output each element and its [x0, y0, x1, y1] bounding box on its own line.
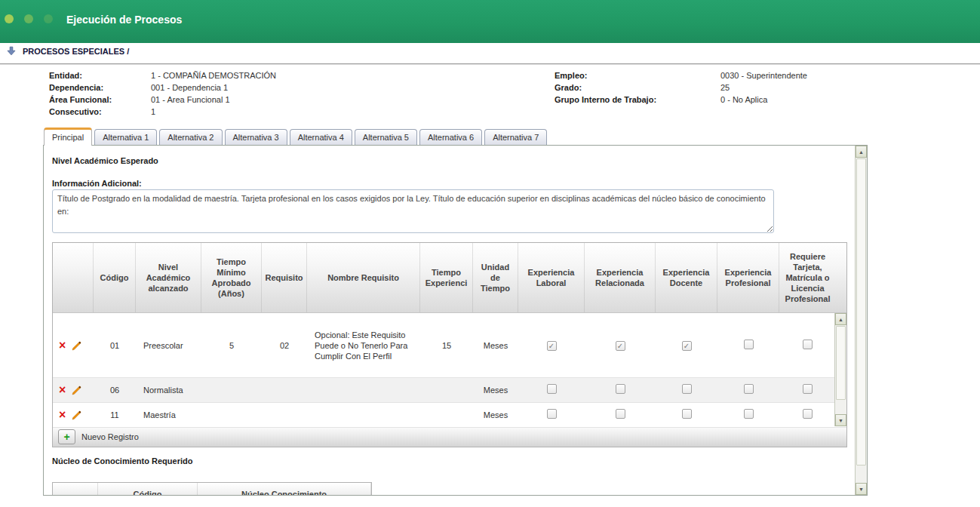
cell-experiencia_docente [656, 383, 717, 398]
delete-icon[interactable]: × [59, 385, 66, 395]
column-header [53, 243, 94, 312]
row-actions: × [53, 408, 94, 422]
breadcrumb-bar: PROCESOS ESPECIALES / [0, 43, 980, 63]
cell-requisito: 02 [262, 339, 307, 352]
scrollbar-thumb[interactable] [856, 158, 866, 466]
checkbox-experiencia_laboral[interactable] [547, 409, 557, 419]
tab-content-panel: Nivel Académico Esperado Información Adi… [43, 145, 868, 496]
checkbox-experiencia_laboral[interactable]: ✓ [547, 341, 557, 351]
info-right: Empleo:0030 - SuperintendenteGrado:25Gru… [555, 69, 947, 106]
panel-scrollbar[interactable]: ▲ ▼ [855, 146, 867, 495]
column-header: Tiempo Mínimo Aprobado (Años) [201, 243, 262, 312]
column-header: Experiencia Laboral [518, 243, 585, 312]
breadcrumb[interactable]: PROCESOS ESPECIALES / [23, 47, 129, 56]
info-field: Grado:25 [555, 81, 947, 94]
requisitos-grid: CódigoNivel Académico alcanzadoTiempo Mí… [52, 242, 847, 447]
cell-nivel_academico: Preescolar [136, 339, 201, 352]
checkbox-requiere_tarjeta[interactable] [803, 409, 813, 419]
new-record-label: Nuevo Registro [81, 432, 139, 441]
field-value: 1 [151, 106, 155, 118]
checkbox-requiere_tarjeta[interactable] [803, 384, 813, 394]
column-header: Núcleo Conocimiento [198, 483, 371, 496]
checkbox-experiencia_profesional[interactable] [744, 340, 754, 349]
field-label: Área Funcional: [49, 94, 151, 106]
scroll-up-icon[interactable]: ▲ [856, 146, 867, 158]
tab-alternativa-2[interactable]: Alternativa 2 [159, 129, 222, 145]
checkbox-experiencia_laboral[interactable] [547, 384, 557, 394]
section-title: Nivel Académico Esperado [52, 156, 158, 165]
header-dot-icon [44, 14, 53, 23]
column-header: Experiencia Relacionada [585, 243, 656, 312]
info-field: Empleo:0030 - Superintendente [555, 69, 947, 81]
cell-experiencia_docente: ✓ [656, 339, 717, 352]
tab-alternativa-3[interactable]: Alternativa 3 [225, 129, 287, 145]
field-label: Entidad: [49, 69, 151, 81]
field-value: 0 - No Aplica [720, 94, 767, 106]
tab-alternativa-4[interactable]: Alternativa 4 [290, 129, 352, 145]
column-header: Nombre Requisito [307, 243, 420, 312]
column-header: Requisito [262, 243, 307, 312]
column-header: Unidad de Tiempo [473, 243, 518, 312]
cell-requisito [262, 413, 307, 416]
plus-icon: + [63, 432, 69, 442]
nucleo-header: CódigoNúcleo Conocimiento [53, 483, 371, 496]
cell-tiempo_minimo: 5 [201, 339, 262, 352]
column-header: Experiencia Profesional [717, 243, 779, 312]
cell-codigo: 01 [94, 339, 136, 352]
field-value: 01 - Area Funcional 1 [151, 94, 230, 106]
requisitos-header: CódigoNivel Académico alcanzadoTiempo Mí… [53, 243, 846, 313]
delete-icon[interactable]: × [59, 340, 66, 351]
tab-principal[interactable]: Principal [44, 128, 92, 146]
down-arrow-icon[interactable] [6, 46, 17, 57]
column-header: Experiencia Docente [656, 243, 717, 312]
scroll-up-icon[interactable]: ▲ [835, 313, 846, 325]
scroll-down-icon[interactable]: ▼ [856, 483, 867, 495]
checkbox-experiencia_docente[interactable] [682, 409, 692, 419]
tab-alternativa-1[interactable]: Alternativa 1 [94, 129, 157, 145]
nucleo-grid: CódigoNúcleo Conocimiento [52, 482, 372, 496]
page-title: Ejecución de Procesos [66, 14, 182, 26]
column-header [53, 483, 98, 496]
edit-pencil-icon[interactable] [72, 385, 82, 395]
new-record-bar: + Nuevo Registro [53, 426, 846, 447]
cell-experiencia_docente [656, 407, 717, 422]
checkbox-experiencia_relacionada[interactable]: ✓ [616, 341, 625, 351]
cell-experiencia_laboral: ✓ [518, 339, 585, 352]
cell-tiempo_experiencia: 15 [420, 339, 473, 352]
cell-experiencia_profesional [717, 383, 779, 398]
add-record-button[interactable]: + [58, 429, 75, 444]
column-header: Código [98, 483, 198, 496]
checkbox-experiencia_profesional[interactable] [744, 384, 754, 394]
column-header: Código [94, 243, 136, 312]
checkbox-experiencia_relacionada[interactable] [616, 384, 625, 394]
tab-alternativa-5[interactable]: Alternativa 5 [355, 129, 417, 145]
row-actions: × [53, 383, 94, 397]
cell-tiempo_minimo [201, 389, 262, 392]
field-value: 0030 - Superintendente [720, 69, 807, 81]
requisitos-body: ×01Preescolar502Opcional: Este Requisito… [53, 313, 846, 426]
checkbox-experiencia_docente[interactable] [682, 384, 692, 394]
checkbox-requiere_tarjeta[interactable] [803, 340, 813, 349]
app-window: Ejecución de Procesos PROCESOS ESPECIALE… [0, 0, 980, 507]
checkbox-experiencia_docente[interactable]: ✓ [682, 341, 692, 351]
field-label: Dependencia: [49, 81, 151, 94]
checkbox-experiencia_relacionada[interactable] [616, 409, 625, 419]
edit-pencil-icon[interactable] [72, 410, 82, 420]
field-label: Grado: [555, 81, 720, 94]
scroll-down-icon[interactable]: ▼ [835, 414, 846, 426]
header-divider [0, 63, 980, 65]
column-header: Nivel Académico alcanzado [136, 243, 201, 312]
field-label: Grupo Interno de Trabajo: [555, 94, 720, 106]
table-scrollbar[interactable]: ▲ ▼ [834, 313, 846, 426]
scrollbar-thumb[interactable] [836, 326, 846, 400]
delete-icon[interactable]: × [59, 410, 66, 420]
edit-pencil-icon[interactable] [72, 340, 82, 351]
additional-info-textarea[interactable]: Título de Postgrado en la modalidad de m… [52, 189, 774, 233]
cell-experiencia_relacionada: ✓ [585, 339, 656, 352]
cell-requisito [262, 389, 307, 392]
checkbox-experiencia_profesional[interactable] [744, 409, 754, 419]
tab-alternativa-6[interactable]: Alternativa 6 [419, 129, 482, 145]
field-value: 001 - Dependencia 1 [151, 81, 228, 94]
field-value: 1 - COMPAÑÍA DEMOSTRACIÓN [151, 69, 276, 81]
tab-alternativa-7[interactable]: Alternativa 7 [484, 129, 547, 145]
